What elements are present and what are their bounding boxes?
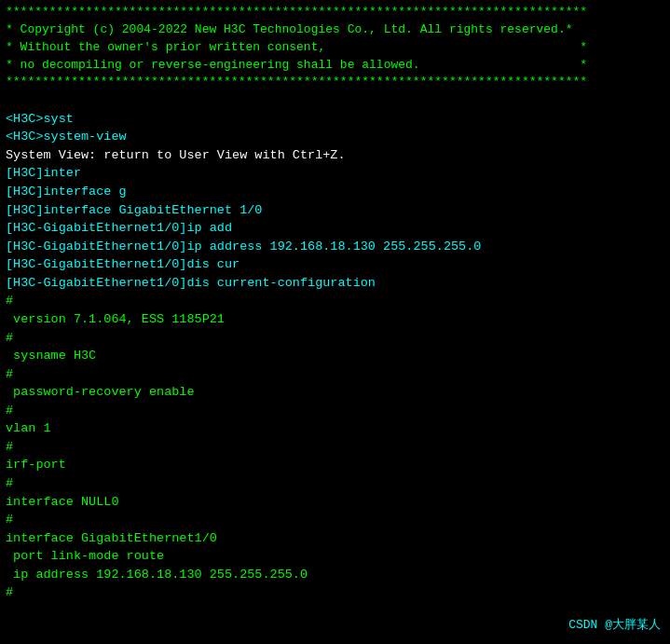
terminal-line: version 7.1.064, ESS 1185P21 (6, 310, 664, 329)
terminal-line: [H3C]inter (6, 164, 664, 183)
terminal-line: System View: return to User View with Ct… (6, 146, 664, 165)
terminal-line: interface GigabitEthernet1/0 (6, 529, 664, 548)
terminal-line: # (6, 511, 664, 529)
terminal-line: [H3C-GigabitEthernet1/0]dis current-conf… (6, 274, 664, 293)
terminal-line: vlan 1 (6, 419, 664, 438)
copyright-line3: * no decompiling or reverse-engineering … (6, 57, 664, 75)
terminal-line: # (6, 474, 664, 493)
terminal-line: <H3C>system-view (6, 128, 664, 146)
watermark: CSDN @大胖某人 (568, 617, 661, 635)
terminal-line: [H3C-GigabitEthernet1/0]ip add (6, 219, 664, 238)
terminal-line: [H3C]interface GigabitEthernet 1/0 (6, 201, 664, 220)
border-top: ****************************************… (6, 4, 664, 21)
border-bottom: ****************************************… (6, 74, 664, 91)
terminal-line: [H3C-GigabitEthernet1/0]ip address 192.1… (6, 238, 664, 256)
terminal-line: <H3C>syst (6, 110, 664, 129)
terminal-line: ip address 192.168.18.130 255.255.255.0 (6, 566, 664, 584)
terminal-line: # (6, 402, 664, 420)
terminal-line: # (6, 365, 664, 384)
terminal-line: # (6, 292, 664, 310)
terminal-line: [H3C]interface g (6, 183, 664, 201)
terminal-line: port link-mode route (6, 547, 664, 566)
terminal-line (6, 91, 664, 110)
terminal-line: sysname H3C (6, 347, 664, 365)
terminal-line: interface NULL0 (6, 493, 664, 512)
terminal-line: [H3C-GigabitEthernet1/0]dis cur (6, 255, 664, 274)
terminal-line: # (6, 438, 664, 457)
command-output: <H3C>syst<H3C>system-viewSystem View: re… (6, 91, 664, 602)
terminal-line: # (6, 329, 664, 348)
terminal-line: password-recovery enable (6, 383, 664, 402)
terminal-window: ****************************************… (0, 0, 670, 644)
terminal-line: # (6, 583, 664, 602)
terminal-line: irf-port (6, 456, 664, 474)
copyright-line1: * Copyright (c) 2004-2022 New H3C Techno… (6, 21, 664, 39)
copyright-line2: * Without the owner's prior written cons… (6, 39, 664, 57)
